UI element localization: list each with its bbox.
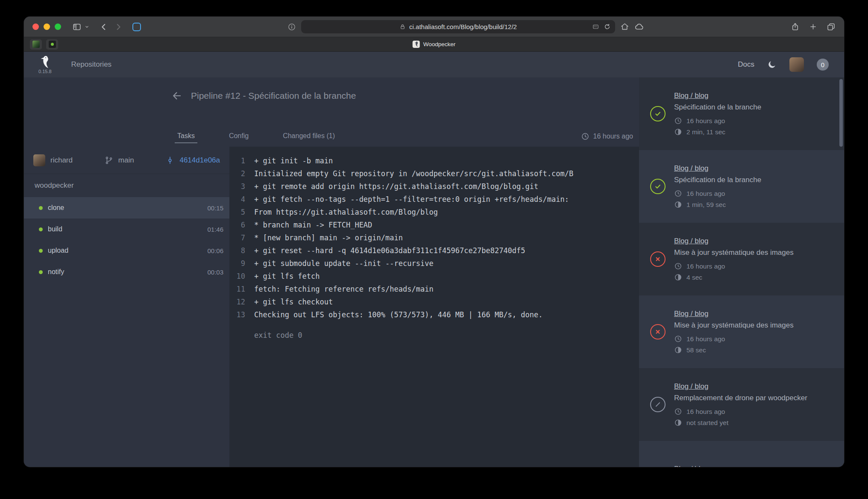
notification-badge[interactable]: 0: [817, 59, 829, 71]
build-message: Mise à jour systématique des images: [674, 248, 794, 257]
tab-title: Woodpecker: [423, 41, 456, 47]
browser-toolbar: ci.athaliasoft.com/Blog/blog/build/12/2: [24, 17, 844, 37]
build-entry[interactable]: Blog / blog Mise à jour systématique des…: [639, 295, 844, 368]
build-time: 16 hours ago: [674, 335, 794, 343]
build-time: 16 hours ago: [674, 407, 807, 416]
step-duration: 00:03: [207, 269, 223, 276]
tab-bar: Woodpecker: [24, 37, 844, 52]
home-icon[interactable]: [620, 22, 629, 31]
cloud-tabs-icon[interactable]: [634, 22, 644, 32]
back-button[interactable]: [99, 22, 108, 32]
status-failure-icon: [650, 251, 666, 267]
feed-scrollbar-thumb[interactable]: [839, 79, 843, 147]
repo-link[interactable]: Blog / blog: [674, 310, 708, 318]
log-line: 4+ git fetch --no-tags --depth=1 --filte…: [229, 193, 639, 206]
build-entry[interactable]: Blog / blog Remplacement de drone par wo…: [639, 368, 844, 441]
step-row-notify[interactable]: notify 00:03: [24, 261, 229, 283]
repo-link[interactable]: Blog / blog: [674, 164, 708, 173]
new-tab-icon[interactable]: [809, 23, 817, 31]
branch-name: main: [118, 156, 134, 165]
address-bar-trailing: [592, 23, 611, 30]
nav-docs-link[interactable]: Docs: [738, 60, 754, 69]
minimize-window-button[interactable]: [44, 24, 50, 30]
sidebar-chevron-down-icon[interactable]: [84, 24, 90, 30]
log-line: 6* branch main -> FETCH_HEAD: [229, 218, 639, 231]
step-duration: 00:15: [207, 204, 223, 212]
commit-meta-row: richard main 4614d1e06a: [24, 147, 229, 174]
sidebar-toggle-icon[interactable]: [72, 22, 82, 32]
share-icon[interactable]: [791, 22, 800, 31]
log-line: 2Initialized empty Git repository in /wo…: [229, 167, 639, 180]
toolbar-right: [791, 22, 836, 31]
status-success-icon: [650, 106, 666, 121]
page-info-icon[interactable]: [287, 23, 296, 31]
tab-changed-files[interactable]: Changed files (1): [283, 132, 335, 147]
theme-toggle-moon-icon[interactable]: [767, 60, 777, 69]
user-avatar[interactable]: [789, 57, 804, 72]
duration-icon: [674, 346, 682, 354]
repo-link[interactable]: Blog / blog: [674, 237, 708, 245]
step-status-dot: [39, 206, 43, 210]
log-line: 7* [new branch] main -> origin/main: [229, 231, 639, 244]
tab-overview-icon[interactable]: [827, 22, 836, 31]
translate-icon[interactable]: [592, 23, 599, 30]
build-message: Spécification de la branche: [674, 176, 761, 184]
address-bar[interactable]: ci.athaliasoft.com/Blog/blog/build/12/2: [301, 20, 615, 33]
pinned-tab-1-favicon: [32, 41, 40, 48]
build-duration: not started yet: [674, 419, 807, 427]
nav-repositories-link[interactable]: Repositories: [71, 60, 112, 69]
step-status-dot: [39, 249, 43, 253]
duration-icon: [674, 419, 682, 427]
pipeline-tabs: Tasks Config Changed files (1) 16 hours …: [177, 132, 633, 147]
zoom-window-button[interactable]: [55, 24, 61, 30]
build-entry[interactable]: Blog / blog Remplacement de drone par wo…: [639, 441, 844, 467]
tab-config[interactable]: Config: [229, 132, 249, 147]
pinned-tab-1[interactable]: [30, 39, 42, 50]
repo-link[interactable]: Blog / blog: [674, 465, 708, 467]
reload-icon[interactable]: [604, 23, 611, 30]
step-name: build: [48, 225, 62, 233]
commit-group: 4614d1e06a: [166, 156, 220, 165]
branch-group: main: [105, 156, 134, 165]
active-tab[interactable]: Woodpecker: [413, 41, 456, 48]
step-row-clone[interactable]: clone 00:15: [24, 197, 229, 218]
extension-icon[interactable]: [132, 23, 141, 31]
build-entry[interactable]: Blog / blog Spécification de la branche …: [639, 150, 844, 223]
step-row-build[interactable]: build 01:46: [24, 218, 229, 240]
git-commit-icon: [166, 156, 174, 165]
repo-link[interactable]: Blog / blog: [674, 92, 708, 100]
build-time: 16 hours ago: [674, 262, 794, 270]
log-line: 1+ git init -b main: [229, 154, 639, 167]
tab-tasks[interactable]: Tasks: [177, 132, 195, 147]
woodpecker-app: 0.15.8 Repositories Docs 0 Pipeline #12 …: [24, 52, 844, 467]
commit-hash-link[interactable]: 4614d1e06a: [179, 156, 220, 165]
status-failure-icon: [650, 324, 666, 340]
build-entry[interactable]: Blog / blog Spécification de la branche …: [639, 77, 844, 150]
app-version: 0.15.8: [38, 69, 52, 74]
clock-icon: [674, 189, 682, 198]
log-line: 10+ git lfs fetch: [229, 270, 639, 283]
steps-panel: richard main 4614d1e06a: [24, 147, 229, 467]
repo-link[interactable]: Blog / blog: [674, 382, 708, 391]
duration-icon: [674, 128, 682, 136]
log-line: 11fetch: Fetching reference refs/heads/m…: [229, 283, 639, 295]
woodpecker-logo[interactable]: 0.15.8: [38, 56, 52, 74]
back-arrow-icon[interactable]: [171, 90, 182, 101]
pipeline-header: Pipeline #12 - Spécification de la branc…: [24, 77, 639, 147]
pinned-tab-2[interactable]: [46, 39, 58, 50]
step-name: clone: [48, 204, 64, 212]
woodpecker-favicon: [413, 41, 420, 48]
step-row-upload[interactable]: upload 00:06: [24, 240, 229, 261]
duration-icon: [674, 273, 682, 281]
step-status-dot: [39, 270, 43, 274]
address-area: ci.athaliasoft.com/Blog/blog/build/12/2: [287, 20, 644, 33]
workflow-name: woodpecker: [24, 174, 229, 197]
forward-button[interactable]: [114, 22, 123, 32]
clock-icon: [674, 335, 682, 343]
log-viewer[interactable]: 1+ git init -b main 2Initialized empty G…: [229, 147, 639, 467]
build-entry[interactable]: Blog / blog Mise à jour systématique des…: [639, 223, 844, 295]
close-window-button[interactable]: [32, 24, 39, 30]
traffic-lights: [32, 24, 61, 30]
author-name: richard: [50, 156, 73, 165]
build-message: Mise à jour systématique des images: [674, 321, 794, 330]
